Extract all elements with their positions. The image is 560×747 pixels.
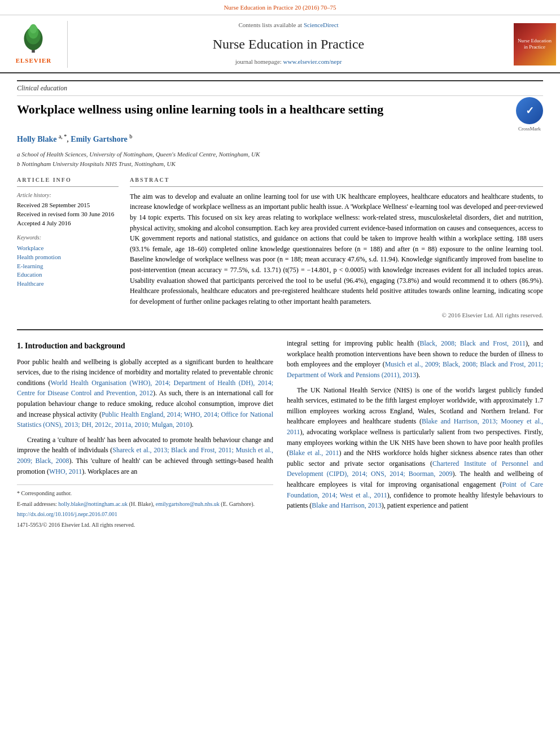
ref-blake-harrison[interactable]: Blake and Harrison, 2013; Mooney et al.,… bbox=[287, 417, 543, 436]
author-sup-a: a, * bbox=[59, 133, 67, 139]
email2-note: (E. Gartshore). bbox=[221, 501, 255, 507]
email1-note: (H. Blake), bbox=[129, 501, 155, 507]
doi-link[interactable]: http://dx.doi.org/10.1016/j.nepr.2016.07… bbox=[17, 511, 117, 517]
homepage-row: journal homepage: www.elsevier.com/nepr bbox=[79, 58, 498, 67]
accepted-date: Accepted 4 July 2016 bbox=[17, 219, 119, 228]
ref-blake-2011[interactable]: Blake et al., 2011 bbox=[289, 449, 339, 457]
crossmark-badge-area: ✓ CrossMark bbox=[516, 97, 543, 133]
article-info-heading: ARTICLE INFO bbox=[17, 176, 119, 187]
authors-line: Holly Blake a, *, Emily Gartshore b bbox=[17, 133, 543, 145]
elsevier-name: ELSEVIER bbox=[16, 56, 52, 65]
journal-cover: Nurse Education in Practice bbox=[509, 21, 560, 68]
footer: * Corresponding author. E-mail addresses… bbox=[17, 484, 273, 529]
journal-homepage-link[interactable]: www.elsevier.com/nepr bbox=[283, 58, 342, 65]
crossmark-icon: ✓ bbox=[516, 97, 543, 124]
article-title: Workplace wellness using online learning… bbox=[17, 102, 508, 118]
ref-poc[interactable]: Point of Care Foundation, 2014; West et … bbox=[287, 480, 543, 499]
journal-citation: Nurse Education in Practice 20 (2016) 70… bbox=[224, 4, 336, 11]
cover-image: Nurse Education in Practice bbox=[514, 23, 556, 65]
doi-note: http://dx.doi.org/10.1016/j.nepr.2016.07… bbox=[17, 510, 273, 519]
journal-title: Nurse Education in Practice bbox=[79, 34, 498, 54]
article-info-abstract: ARTICLE INFO Article history: Received 2… bbox=[17, 176, 543, 320]
ref-black-2008[interactable]: Black, 2008; Black and Frost, 2011 bbox=[419, 339, 526, 347]
journal-bar: Nurse Education in Practice 20 (2016) 70… bbox=[0, 0, 560, 15]
email-holly[interactable]: holly.blake@nottingham.ac.uk bbox=[58, 501, 128, 507]
author-holly-blake[interactable]: Holly Blake bbox=[17, 135, 56, 143]
abstract-panel: ABSTRACT The aim was to develop and eval… bbox=[130, 176, 543, 320]
header: ELSEVIER Contents lists available at Sci… bbox=[0, 15, 560, 73]
abstract-text: The aim was to develop and evaluate an o… bbox=[130, 191, 543, 307]
ref-who-2014[interactable]: World Health Organisation (WHO), 2014; D… bbox=[17, 379, 273, 397]
ref-who-2011[interactable]: WHO, 2011 bbox=[49, 468, 82, 475]
ref-blake-harrison-2013[interactable]: Blake and Harrison, 2013 bbox=[312, 501, 381, 509]
revised-date: Received in revised form 30 June 2016 bbox=[17, 210, 119, 219]
body-para-2: Creating a 'culture of health' has been … bbox=[17, 435, 273, 477]
body-para-1: Poor public health and wellbeing is glob… bbox=[17, 357, 273, 430]
ref-shareck[interactable]: Shareck et al., 2013; Black and Frost, 2… bbox=[17, 446, 273, 465]
abstract-heading: ABSTRACT bbox=[130, 176, 543, 187]
keyword-elearning[interactable]: E-learning bbox=[17, 262, 119, 271]
email-emily[interactable]: emilygartshore@nuh.nhs.uk bbox=[156, 501, 220, 507]
affiliations: a School of Health Sciences, University … bbox=[17, 150, 543, 168]
section-divider bbox=[17, 329, 543, 330]
svg-point-4 bbox=[30, 24, 37, 34]
ref-musich[interactable]: Musich et al., 2009; Black, 2008; Black … bbox=[287, 360, 543, 379]
affiliation-a: a School of Health Sciences, University … bbox=[17, 150, 543, 159]
affiliation-b: b Nottingham University Hospitals NHS Tr… bbox=[17, 159, 543, 169]
main-content: Clinical education Workplace wellness us… bbox=[0, 73, 560, 554]
elsevier-tree-icon bbox=[16, 23, 50, 54]
history-label: Article history: bbox=[17, 191, 119, 200]
section-label: Clinical education bbox=[17, 80, 543, 96]
keyword-healthcare[interactable]: Healthcare bbox=[17, 279, 119, 289]
keyword-health-promotion[interactable]: Health promotion bbox=[17, 253, 119, 262]
copyright-notice: © 2016 Elsevier Ltd. All rights reserved… bbox=[130, 311, 543, 320]
body-para-right-2: The UK National Health Service (NHS) is … bbox=[287, 385, 543, 511]
keyword-education[interactable]: Education bbox=[17, 270, 119, 279]
article-info-panel: ARTICLE INFO Article history: Received 2… bbox=[17, 176, 119, 320]
author-sup-b: b bbox=[129, 133, 132, 139]
email-label: E-mail addresses: bbox=[17, 501, 57, 507]
section1-heading: 1. Introduction and background bbox=[17, 340, 273, 352]
corresponding-note: * Corresponding author. bbox=[17, 490, 273, 498]
body-col-left: 1. Introduction and background Poor publ… bbox=[17, 338, 273, 531]
issn-note: 1471-5953/© 2016 Elsevier Ltd. All right… bbox=[17, 521, 273, 530]
email-note: E-mail addresses: holly.blake@nottingham… bbox=[17, 500, 273, 509]
body-para-right-1: integral setting for improving public he… bbox=[287, 338, 543, 380]
journal-header-center: Contents lists available at ScienceDirec… bbox=[68, 21, 509, 68]
publisher-logo-area: ELSEVIER bbox=[0, 21, 68, 68]
elsevier-logo: ELSEVIER bbox=[16, 23, 52, 65]
contents-available: Contents lists available at ScienceDirec… bbox=[79, 21, 498, 30]
ref-cipd[interactable]: Chartered Institute of Personnel and Dev… bbox=[287, 460, 543, 478]
author-emily-gartshore[interactable]: Emily Gartshore bbox=[71, 135, 127, 143]
received-date: Received 28 September 2015 bbox=[17, 201, 119, 210]
article-history: Article history: Received 28 September 2… bbox=[17, 191, 119, 228]
crossmark-label: CrossMark bbox=[516, 125, 543, 133]
keywords-section: Keywords: Workplace Health promotion E-l… bbox=[17, 234, 119, 289]
page: Nurse Education in Practice 20 (2016) 70… bbox=[0, 0, 560, 747]
keyword-workplace[interactable]: Workplace bbox=[17, 244, 119, 253]
body-content: 1. Introduction and background Poor publ… bbox=[17, 338, 543, 531]
keywords-label: Keywords: bbox=[17, 234, 119, 242]
body-col-right: integral setting for improving public he… bbox=[287, 338, 543, 531]
ref-phe-2014[interactable]: Public Health England, 2014; WHO, 2014; … bbox=[17, 410, 273, 429]
title-row: Workplace wellness using online learning… bbox=[17, 102, 543, 133]
science-direct-link[interactable]: ScienceDirect bbox=[304, 21, 339, 28]
